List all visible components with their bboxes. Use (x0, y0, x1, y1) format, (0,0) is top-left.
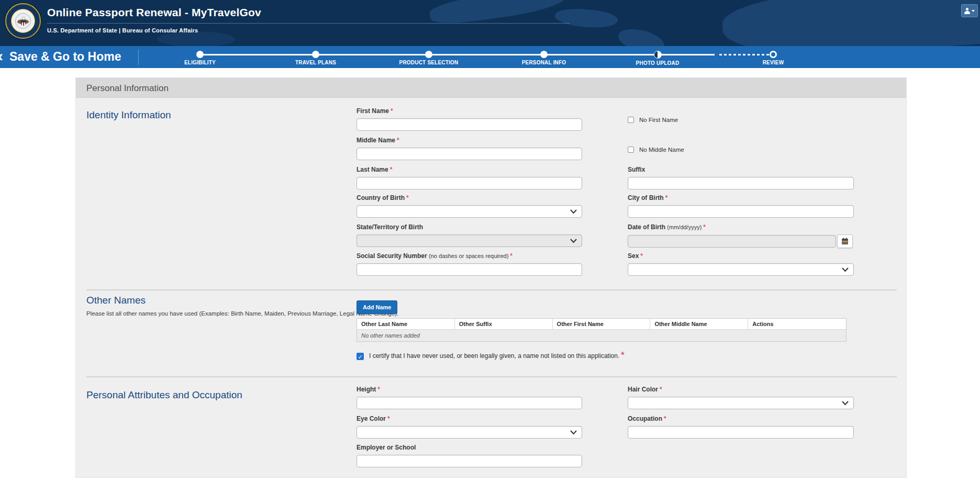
step-label: PERSONAL INFO (497, 60, 591, 65)
no-middle-name-checkbox[interactable] (628, 147, 634, 153)
hair-color-field: Hair Color* (628, 386, 854, 409)
country-of-birth-label: Country of Birth (357, 194, 405, 201)
section-divider (86, 376, 897, 377)
col-other-last-name: Other Last Name (357, 319, 455, 329)
required-marker: * (406, 194, 409, 201)
step-review[interactable]: REVIEW (726, 46, 820, 65)
step-eligibility[interactable]: ELIGIBILITY (153, 46, 247, 65)
section-divider (86, 289, 897, 290)
step-label: ELIGIBILITY (153, 60, 247, 65)
suffix-label: Suffix (628, 166, 645, 173)
occupation-field: Occupation* (628, 415, 854, 439)
ssn-input[interactable] (357, 263, 582, 276)
ssn-field: Social Security Number (no dashes or spa… (357, 252, 582, 276)
date-of-birth-field: Date of Birth (mm/dd/yyyy)* (628, 223, 854, 248)
world-map-decoration (157, 31, 236, 46)
step-dot (425, 51, 432, 58)
person-icon (964, 8, 970, 14)
header-divider (47, 23, 570, 24)
required-marker: * (665, 194, 668, 201)
user-account-button[interactable] (961, 4, 978, 17)
state-of-birth-field: State/Territory of Birth (357, 223, 582, 247)
height-input[interactable] (357, 397, 582, 409)
required-marker: * (397, 137, 399, 144)
chevron-down-icon (570, 430, 577, 435)
date-of-birth-input[interactable] (628, 235, 836, 248)
other-names-heading: Other Names (86, 295, 146, 306)
height-label: Height (357, 386, 376, 393)
other-names-description: Please list all other names you have use… (86, 310, 398, 317)
employer-label: Employer or School (357, 444, 416, 451)
chevron-down-icon (842, 267, 849, 272)
empty-names-row: No other names added (357, 329, 846, 341)
eye-color-label: Eye Color (357, 415, 386, 422)
required-marker: * (640, 252, 643, 260)
dos-seal-ring (11, 9, 35, 33)
first-name-input[interactable] (357, 118, 582, 131)
no-first-name-label: No First Name (639, 117, 678, 123)
step-photo-upload[interactable]: PHOTO UPLOAD (610, 46, 705, 66)
dos-seal-logo (5, 3, 41, 39)
employer-field: Employer or School (357, 444, 582, 467)
step-label: PRODUCT SELECTION (382, 60, 476, 65)
app-subtitle: U.S. Department of State | Bureau of Con… (47, 27, 198, 33)
required-marker: * (377, 386, 380, 393)
height-field: Height* (357, 386, 582, 409)
sex-label: Sex (628, 252, 639, 260)
no-middle-name-field: No Middle Name (628, 144, 684, 154)
step-personal-info[interactable]: PERSONAL INFO (497, 46, 591, 65)
calendar-button[interactable] (837, 234, 853, 248)
chevron-down-icon (972, 10, 975, 12)
back-chevron-icon[interactable]: ‹ (0, 47, 3, 65)
step-dot (312, 51, 319, 58)
city-of-birth-input[interactable] (628, 205, 854, 218)
world-map-decoration (554, 6, 619, 30)
ssn-label: Social Security Number (357, 252, 427, 260)
world-map-decoration (720, 0, 980, 46)
no-first-name-field: No First Name (628, 115, 678, 124)
chevron-down-icon (570, 239, 577, 243)
other-names-table-header: Other Last Name Other Suffix Other First… (357, 319, 846, 329)
hair-color-select[interactable] (628, 397, 854, 409)
certify-field: ✓I certify that I have never used, or be… (357, 351, 625, 360)
last-name-input[interactable] (357, 177, 582, 189)
middle-name-label: Middle Name (357, 137, 395, 144)
no-middle-name-label: No Middle Name (639, 147, 684, 153)
app-title: Online Passport Renewal - MyTravelGov (47, 6, 261, 19)
step-dot (770, 51, 777, 58)
middle-name-input[interactable] (357, 148, 582, 160)
state-of-birth-label: State/Territory of Birth (357, 223, 423, 231)
date-format-hint: (mm/dd/yyyy) (667, 224, 701, 230)
personal-information-panel: Personal Information Identity Informatio… (75, 77, 907, 478)
certify-checkbox[interactable]: ✓ (357, 353, 364, 360)
step-travel-plans[interactable]: TRAVEL PLANS (269, 46, 363, 65)
required-marker: * (387, 415, 390, 422)
passport-renewal-page: Online Passport Renewal - MyTravelGov U.… (0, 0, 980, 482)
eye-color-select[interactable] (357, 426, 582, 439)
occupation-input[interactable] (628, 426, 854, 439)
sex-select[interactable] (628, 263, 854, 276)
country-of-birth-select[interactable] (357, 205, 582, 218)
add-name-button[interactable]: Add Name (357, 300, 397, 314)
dos-seal-eagle (15, 13, 31, 29)
save-go-home-button[interactable]: Save & Go to Home (9, 50, 121, 64)
last-name-field: Last Name* (357, 166, 582, 189)
no-first-name-checkbox[interactable] (628, 117, 634, 123)
chevron-down-icon (570, 209, 577, 214)
step-product-selection[interactable]: PRODUCT SELECTION (382, 46, 476, 65)
step-dot (540, 51, 548, 58)
required-marker: * (390, 166, 393, 173)
divider (138, 49, 139, 65)
panel-title: Personal Information (86, 83, 169, 94)
world-map-decoration (616, 25, 666, 46)
suffix-input[interactable] (628, 177, 854, 189)
identity-section-heading: Identity Information (86, 109, 171, 121)
first-name-field: First Name* (357, 107, 582, 131)
first-name-label: First Name (357, 107, 389, 115)
employer-input[interactable] (357, 455, 582, 467)
step-dot (654, 51, 662, 59)
certify-label: I certify that I have never used, or bee… (369, 352, 619, 360)
date-of-birth-label: Date of Birth (628, 223, 665, 231)
col-other-first-name: Other First Name (553, 319, 651, 329)
state-of-birth-select[interactable] (357, 234, 582, 247)
